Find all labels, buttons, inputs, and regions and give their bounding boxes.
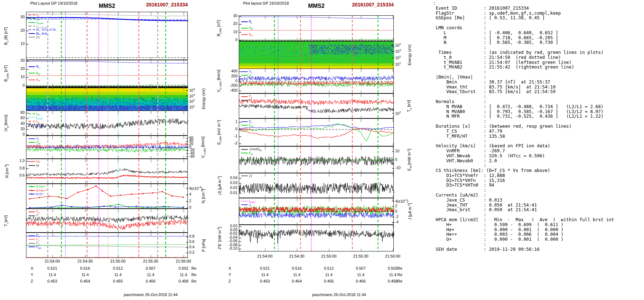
- ephemeris-value: 0.456: [349, 279, 373, 283]
- legend-line-glyph: [29, 120, 35, 123]
- y-tick-label: 0: [222, 38, 237, 42]
- y-tick-label-right: 0: [189, 205, 191, 210]
- x-tick-label: 21:55:30: [139, 259, 162, 263]
- panel-te: [239, 93, 394, 118]
- ephemeris-row-label: X: [228, 266, 231, 270]
- info-line: t_MVAB1 : 21:54:07 (leftmost green line): [433, 60, 614, 65]
- info-line: Jmax_brst : 0.050 at 21:54:41: [433, 207, 614, 212]
- y-tick-label-right: 0.8: [189, 234, 195, 239]
- panel-minor-ions-canvas: [26, 184, 188, 209]
- info-line: :: [433, 163, 614, 168]
- panel-vexb: [239, 146, 394, 173]
- panel-ve-lmn-canvas: [239, 69, 394, 94]
- ephemeris-value: 0.453: [253, 279, 277, 283]
- ephemeris-value: 0.512: [106, 266, 130, 270]
- legend-item-label: BM: [36, 71, 40, 76]
- legend-line-glyph: [29, 242, 35, 245]
- ephemeris-value: 11.4: [139, 273, 162, 277]
- legend-item-t-dvmax: tdvmax: [29, 123, 44, 127]
- info-line: Vmax_tburst : 83.75 [km/s] at 21:54:59: [433, 89, 614, 94]
- y-tick-label: 40: [10, 122, 25, 126]
- info-line: L : [ -0.406, 0.640, 0.652 ]: [433, 30, 614, 35]
- legend-item-b-m: BM: [29, 71, 40, 76]
- legend-line-glyph: [241, 74, 248, 77]
- legend-line-glyph: [29, 14, 35, 16]
- ephemeris-value: 0.456: [139, 279, 162, 283]
- info-line: :: [433, 45, 614, 50]
- legend-item-j-l: JL: [241, 203, 252, 207]
- ephemeris-row-label: Y: [31, 273, 33, 277]
- y-tick-label: 20: [10, 29, 25, 33]
- y-tick-label: 10: [222, 30, 237, 34]
- ephemeris-row-label: Z: [31, 279, 33, 283]
- plot-footer: paschmann 26-Oct-2018 11:44: [300, 293, 378, 297]
- ephemeris-value: 0.516: [285, 266, 308, 270]
- info-line: :: [433, 212, 614, 217]
- panel-te-right-ylabel: Te [eV]: [407, 100, 412, 112]
- legend-line-glyph: [29, 78, 35, 81]
- y-tick-label-right: 102: [395, 55, 401, 60]
- info-line: He++ : 0.003 - 0.006 ( 0.004 ): [433, 232, 614, 237]
- y-tick-label-right: 4(x10-2): [395, 199, 408, 203]
- legend-line-glyph: [241, 152, 248, 154]
- y-tick-label-right: 103: [189, 93, 195, 98]
- info-line: SEH date : 2019-11-29 09:56:16: [433, 247, 614, 252]
- y-tick-label: 0: [222, 79, 237, 83]
- legend-line-glyph: [29, 17, 35, 20]
- legend-line-glyph: [29, 164, 35, 167]
- panel-density: [26, 159, 188, 184]
- panel-vexb-right-ylabel: EM [mW m-2]: [407, 149, 413, 171]
- legend-item-b-l: BL: [29, 65, 40, 69]
- info-line: N MVAB : [ 0.472, -0.488, 0.734 ] (L2/L1…: [433, 104, 614, 109]
- y-tick-label: 1.0: [10, 159, 25, 163]
- y-tick-label: 30: [10, 59, 25, 63]
- legend-item-b-l: BL: [241, 20, 252, 24]
- info-line: Velocity [km/s] : (based on FPI ion data…: [433, 143, 614, 148]
- legend-line-glyph: [241, 148, 248, 151]
- panel-vexb-canvas: [239, 147, 394, 173]
- legend-line-glyph: [241, 20, 248, 23]
- legend-line-glyph: [29, 123, 35, 126]
- event-id-label: 20161007_215334: [329, 2, 394, 7]
- ephemeris-value: 0.521: [253, 266, 277, 270]
- panel-jmag: [239, 173, 394, 198]
- legend-line-glyph: [241, 200, 248, 203]
- legend-item-label: BL, brst: [36, 32, 47, 35]
- ephemeris-row-label: Z: [228, 279, 231, 283]
- ephemeris-value: 0.455: [317, 279, 341, 283]
- legend-line-glyph: [29, 245, 35, 248]
- info-line: :: [433, 94, 614, 99]
- info-line: Durations [s] : (between red, resp green…: [433, 124, 614, 129]
- y-tick-label: 80: [10, 111, 25, 115]
- panel-density-ylabel: N [cm-3]: [4, 164, 9, 178]
- legend-item-e-m: EM: [241, 151, 253, 156]
- info-line: t_0 : 21:54:50 (red dotted line): [433, 55, 614, 60]
- panel-electron-spectrogram: [239, 41, 394, 68]
- panel-e-lmn-ylabel: ELMN [mV m-1]: [216, 120, 222, 145]
- y-tick-label-right: 101: [189, 105, 195, 109]
- legend-item-label: T⊥: [36, 214, 40, 218]
- legend-line-glyph: [29, 210, 35, 213]
- plot-layout-label: Plot layout GP 19/10/2018: [243, 1, 289, 5]
- ephemeris-value: 0.521: [40, 266, 64, 270]
- x-tick-label: 21:54:00: [253, 254, 277, 258]
- y-tick-label: 60: [10, 116, 25, 120]
- info-line: He+ : 0.000 - 0.001 ( 0.000 ): [433, 227, 614, 232]
- y-tick-label: 0.04: [222, 176, 237, 180]
- ephemeris-value: 0.453: [40, 279, 64, 283]
- legend-item-b-m: BM: [241, 26, 253, 30]
- legend-item-label: |J|: [249, 174, 252, 178]
- y-tick-label: 0.03: [222, 181, 237, 185]
- panel-pressure: [26, 233, 188, 258]
- y-tick-label-right: 4: [189, 192, 191, 197]
- y-tick-label-right: 0.6: [189, 240, 195, 244]
- x-tick-label: 21:56:00: [381, 254, 404, 258]
- ephemeris-value: 11.4: [106, 273, 130, 277]
- info-line: Bmin : 30.37 [nT] at 21:55:37: [433, 80, 614, 85]
- y-tick-label: 400: [222, 69, 237, 73]
- legend-item-label: BN: [249, 32, 253, 37]
- y-tick-label: 0.01: [222, 191, 237, 195]
- legend-item--b-: |B|: [29, 35, 40, 39]
- plot-layout-label: Plot Layout GP 19/10/2018: [30, 1, 77, 5]
- ephemeris-value: 0.454: [285, 279, 308, 283]
